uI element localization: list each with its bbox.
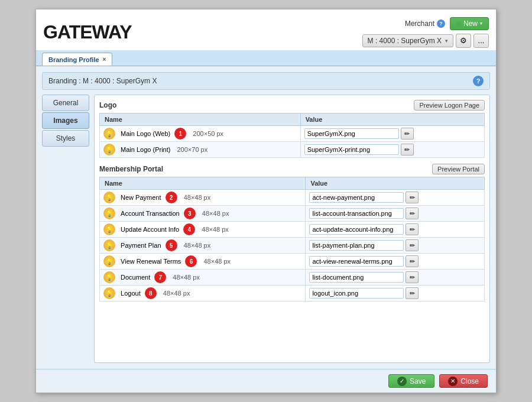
breadcrumb: Branding : M : 4000 : SuperGym X ? — [42, 72, 490, 90]
portal-row-name-cell: 💡 Logout 8 48×48 px — [100, 286, 306, 302]
logo-edit-button-1[interactable]: ✏ — [401, 144, 414, 155]
badge-6: 6 — [185, 255, 197, 267]
portal-px: 48×48 px — [184, 194, 211, 201]
header-top-row: Merchant ? New ▾ — [405, 17, 489, 30]
portal-edit-button-4[interactable]: ✏ — [406, 255, 419, 267]
logo-icon-thumb: 💡 — [103, 144, 115, 155]
logo-table: Name Value 💡 Main Logo (Web) 1 200×50 px… — [99, 113, 485, 158]
close-icon: ✕ — [448, 377, 458, 386]
portal-value-input-5[interactable] — [309, 272, 404, 283]
nav-styles[interactable]: Styles — [42, 130, 89, 147]
portal-value-input-4[interactable] — [309, 256, 404, 267]
portal-icon-thumb: 💡 — [103, 287, 115, 299]
logo-section-title: Logo — [99, 101, 116, 109]
logo-edit-button-0[interactable]: ✏ — [401, 128, 414, 140]
portal-icon-thumb: 💡 — [103, 192, 115, 203]
portal-row-name: Account Transaction — [121, 210, 180, 217]
portal-row-name: New Payment — [121, 194, 161, 201]
nav-images[interactable]: Images — [42, 112, 89, 129]
portal-row-value-cell: ✏ — [306, 270, 485, 286]
select-arrow-icon: ▾ — [445, 38, 448, 44]
close-button[interactable]: ✕ Close — [439, 374, 488, 388]
portal-table-row: 💡 Logout 8 48×48 px ✏ — [100, 286, 485, 302]
outer-wrapper: GATEWAY Merchant ? New ▾ M : 40 — [0, 0, 532, 402]
logo-table-row: 💡 Main Logo (Print) 200×70 px ✏ — [100, 142, 485, 158]
right-content-panel: Logo Preview Logon Page Name Value — [94, 95, 490, 363]
portal-icon-thumb: 💡 — [103, 239, 115, 251]
portal-row-name: Update Account Info — [121, 226, 179, 233]
portal-value-input-6[interactable] — [309, 288, 404, 299]
portal-edit-button-2[interactable]: ✏ — [406, 223, 419, 235]
logo-px: 200×70 px — [177, 146, 208, 153]
logo-value-input-1[interactable] — [304, 144, 399, 155]
logo-text: GATEWAY — [43, 21, 131, 43]
portal-row-name-cell: 💡 Document 7 48×48 px — [100, 270, 306, 286]
badge-2: 2 — [166, 192, 177, 203]
breadcrumb-help-icon[interactable]: ? — [473, 76, 484, 86]
logo-row-value-cell: ✏ — [300, 126, 484, 142]
merchant-label: Merchant ? — [405, 20, 445, 28]
portal-value-input-0[interactable] — [309, 192, 404, 203]
logo-row-name: Main Logo (Print) — [121, 146, 170, 153]
portal-edit-button-6[interactable]: ✏ — [406, 287, 419, 299]
badge-8: 8 — [145, 287, 157, 299]
tab-bar: Branding Profile × — [36, 51, 496, 66]
portal-col-value: Value — [306, 177, 485, 190]
new-dot — [456, 21, 461, 26]
preview-logon-button[interactable]: Preview Logon Page — [414, 100, 485, 111]
portal-edit-button-1[interactable]: ✏ — [406, 208, 419, 219]
portal-row-value-cell: ✏ — [306, 222, 485, 238]
save-icon: ✓ — [397, 377, 407, 386]
badge-1: 1 — [174, 128, 186, 140]
nav-general[interactable]: General — [42, 95, 89, 111]
logo-section-header: Logo Preview Logon Page — [99, 100, 485, 111]
merchant-help-icon[interactable]: ? — [437, 20, 445, 28]
portal-icon-thumb: 💡 — [103, 271, 115, 283]
portal-row-name: Payment Plan — [121, 242, 161, 249]
logo-row-name-cell: 💡 Main Logo (Web) 1 200×50 px — [100, 126, 301, 142]
logo-icon-thumb: 💡 — [103, 128, 115, 140]
portal-section-header: Membership Portal Preview Portal — [99, 164, 485, 174]
preview-portal-button[interactable]: Preview Portal — [432, 164, 485, 174]
header-bottom-row: M : 4000 : SuperGym X ▾ ⚙ ... — [362, 34, 489, 48]
portal-row-value-cell: ✏ — [306, 238, 485, 254]
footer: ✓ Save ✕ Close — [36, 369, 496, 393]
portal-row-name: Logout — [121, 290, 141, 297]
portal-row-name-cell: 💡 Account Transaction 3 48×48 px — [100, 206, 306, 222]
portal-row-value-cell: ✏ — [306, 254, 485, 270]
portal-icon-thumb: 💡 — [103, 255, 115, 267]
portal-edit-button-5[interactable]: ✏ — [406, 271, 419, 283]
portal-row-name: View Renewal Terms — [121, 258, 181, 265]
content-area: Branding : M : 4000 : SuperGym X ? Gener… — [36, 66, 496, 369]
header: GATEWAY Merchant ? New ▾ M : 40 — [36, 9, 496, 51]
portal-value-input-1[interactable] — [309, 208, 404, 219]
portal-table-row: 💡 Payment Plan 5 48×48 px ✏ — [100, 238, 485, 254]
portal-value-input-2[interactable] — [309, 224, 404, 235]
portal-row-name-cell: 💡 Update Account Info 4 48×48 px — [100, 222, 306, 238]
portal-col-name: Name — [100, 177, 306, 190]
merchant-select[interactable]: M : 4000 : SuperGym X ▾ — [362, 34, 453, 47]
portal-edit-button-0[interactable]: ✏ — [406, 192, 419, 203]
portal-edit-button-3[interactable]: ✏ — [406, 239, 419, 251]
portal-table-row: 💡 View Renewal Terms 6 48×48 px ✏ — [100, 254, 485, 270]
main-panel: General Images Styles Logo Preview Logon… — [42, 95, 490, 363]
portal-px: 48×48 px — [202, 210, 229, 217]
tab-branding-profile[interactable]: Branding Profile × — [42, 53, 112, 66]
portal-icon-thumb: 💡 — [103, 223, 115, 235]
new-arrow-icon: ▾ — [480, 21, 482, 26]
more-icon-button[interactable]: ... — [473, 34, 489, 48]
portal-value-input-3[interactable] — [309, 240, 404, 251]
tab-close-icon[interactable]: × — [103, 56, 106, 63]
logo-px: 200×50 px — [193, 130, 223, 137]
badge-7: 7 — [154, 271, 166, 283]
save-button[interactable]: ✓ Save — [388, 374, 434, 388]
logo-row-name-cell: 💡 Main Logo (Print) 200×70 px — [100, 142, 301, 158]
settings-icon-button[interactable]: ⚙ — [456, 34, 471, 48]
app-window: GATEWAY Merchant ? New ▾ M : 40 — [35, 9, 497, 393]
logo-value-input-0[interactable] — [304, 128, 399, 139]
portal-table-row: 💡 Update Account Info 4 48×48 px ✏ — [100, 222, 485, 238]
header-right: Merchant ? New ▾ M : 4000 : SuperGym X ▾… — [362, 17, 489, 48]
portal-px: 48×48 px — [204, 258, 231, 265]
new-button[interactable]: New ▾ — [450, 17, 489, 30]
portal-section: Membership Portal Preview Portal Name Va… — [99, 164, 485, 302]
